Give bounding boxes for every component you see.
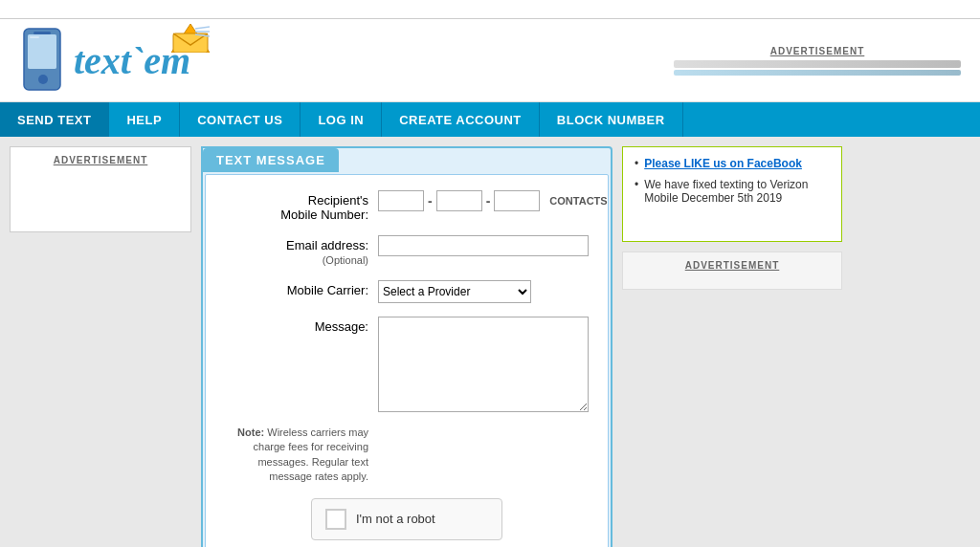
- facebook-link[interactable]: Please LIKE us on FaceBook: [644, 157, 802, 170]
- message-label: Message:: [225, 317, 378, 334]
- ad-label: ADVERTISEMENT: [674, 46, 961, 56]
- carrier-select[interactable]: Select a Provider AT&T Verizon T-Mobile …: [378, 280, 531, 303]
- right-ad-label: ADVERTISEMENT: [631, 260, 834, 271]
- phone-dash-2: -: [486, 193, 491, 208]
- logo-text-wrapper: text`em: [72, 38, 190, 83]
- main-content: TEXT MESSAGE Recipient's Mobile Number: …: [201, 146, 612, 547]
- captcha-label: I'm not a robot: [356, 512, 435, 526]
- phone-logo-icon: [19, 27, 67, 94]
- recipient-label: Recipient's Mobile Number:: [225, 190, 378, 222]
- advertisement-header: ADVERTISEMENT: [674, 46, 961, 76]
- form-inner: Recipient's Mobile Number: - - CONTACTS: [205, 174, 609, 547]
- phone-line[interactable]: [494, 190, 540, 211]
- recipient-row: Recipient's Mobile Number: - - CONTACTS: [225, 190, 589, 222]
- phone-prefix[interactable]: [436, 190, 482, 211]
- ad-banner: [674, 60, 961, 68]
- note-text: Note: Wireless carriers may charge fees …: [225, 426, 378, 485]
- nav-log-in[interactable]: LOG IN: [301, 102, 382, 137]
- note-row: Note: Wireless carriers may charge fees …: [225, 426, 589, 485]
- phone-inputs: - - CONTACTS: [378, 190, 608, 211]
- svg-rect-5: [30, 36, 39, 38]
- carrier-row: Mobile Carrier: Select a Provider AT&T V…: [225, 280, 589, 303]
- ad-banner-2: [674, 70, 961, 76]
- nav-block-number[interactable]: BLOCK NUMBER: [540, 102, 683, 137]
- right-sidebar: • Please LIKE us on FaceBook • We have f…: [622, 146, 842, 547]
- carrier-label: Mobile Carrier:: [225, 280, 378, 297]
- news-box: • Please LIKE us on FaceBook • We have f…: [622, 146, 842, 242]
- news-item-1: • Please LIKE us on FaceBook: [635, 157, 830, 170]
- nav-help[interactable]: HELP: [109, 102, 180, 137]
- left-ad-label: ADVERTISEMENT: [18, 155, 183, 165]
- svg-rect-4: [33, 32, 51, 34]
- email-row: Email address: (Optional): [225, 235, 589, 267]
- captcha-row: I'm not a robot: [225, 498, 589, 547]
- bullet-1: •: [635, 157, 638, 170]
- bullet-2: •: [635, 178, 638, 191]
- news-text-verizon: We have fixed texting to Verizon Mobile …: [644, 178, 830, 205]
- message-row: Message:: [225, 317, 589, 412]
- form-title: TEXT MESSAGE: [203, 148, 339, 172]
- svg-point-3: [38, 75, 48, 84]
- address-bar: [0, 0, 980, 19]
- phone-area-code[interactable]: [378, 190, 424, 211]
- svg-rect-2: [28, 34, 56, 69]
- captcha-checkbox[interactable]: [325, 509, 346, 530]
- nav-contact-us[interactable]: CONTACT US: [180, 102, 301, 137]
- svg-line-8: [195, 27, 210, 29]
- email-input[interactable]: [378, 235, 589, 256]
- navigation: SEND TEXT HELP CONTACT US LOG IN CREATE …: [0, 102, 980, 137]
- message-textarea[interactable]: [378, 317, 589, 412]
- header: text`em ADVERTISEMENT: [0, 19, 980, 102]
- site-logo-text: text`em: [74, 38, 190, 83]
- nav-create-account[interactable]: CREATE ACCOUNT: [382, 102, 540, 137]
- right-advertisement: ADVERTISEMENT: [622, 252, 842, 290]
- nav-send-text[interactable]: SEND TEXT: [0, 102, 109, 137]
- phone-dash-1: -: [428, 193, 433, 208]
- left-sidebar: ADVERTISEMENT: [10, 146, 191, 547]
- form-container: TEXT MESSAGE Recipient's Mobile Number: …: [201, 146, 612, 547]
- logo-area: text`em: [19, 27, 190, 94]
- captcha-box: I'm not a robot: [311, 498, 502, 540]
- news-item-2: • We have fixed texting to Verizon Mobil…: [635, 178, 830, 205]
- left-advertisement: ADVERTISEMENT: [10, 146, 191, 232]
- content-area: ADVERTISEMENT TEXT MESSAGE Recipient's M…: [0, 137, 980, 547]
- contacts-link[interactable]: CONTACTS: [549, 195, 607, 207]
- email-label: Email address: (Optional): [225, 235, 378, 267]
